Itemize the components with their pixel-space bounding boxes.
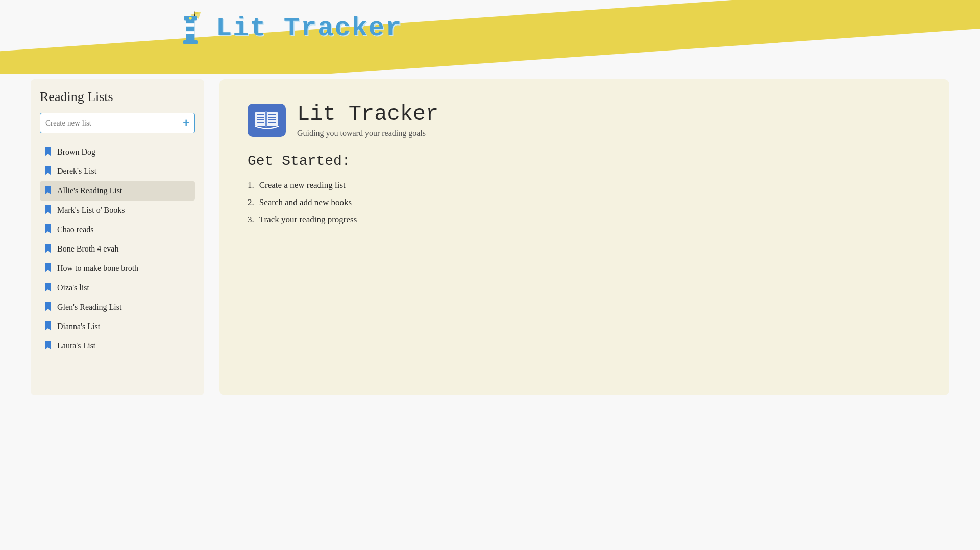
svg-rect-9 — [255, 112, 266, 126]
book-icon-wrapper — [248, 104, 286, 137]
step-number: 3. — [248, 215, 254, 225]
svg-rect-3 — [186, 31, 195, 34]
list-item[interactable]: Mark's List o' Books — [40, 201, 195, 220]
list-item[interactable]: Oiza's list — [40, 278, 195, 297]
steps-list: 1.Create a new reading list2.Search and … — [248, 180, 921, 225]
welcome-subtitle: Guiding you toward your reading goals — [297, 129, 438, 138]
list-item-label: Laura's List — [57, 341, 95, 351]
list-item-label: How to make bone broth — [57, 264, 138, 273]
svg-rect-14 — [267, 112, 278, 126]
list-item-label: Mark's List o' Books — [57, 206, 125, 215]
app-title: Lit Tracker — [216, 13, 402, 43]
bookmark-icon — [44, 186, 52, 196]
step-text: Search and add new books — [259, 197, 352, 208]
list-item[interactable]: Derek's List — [40, 162, 195, 181]
new-list-input[interactable] — [40, 115, 178, 132]
bookmark-icon — [44, 147, 52, 157]
list-item-label: Glen's Reading List — [57, 303, 121, 312]
add-list-button[interactable]: + — [178, 113, 194, 133]
sidebar-title: Reading Lists — [40, 89, 195, 105]
main-content: Lit Tracker Guiding you toward your read… — [219, 79, 949, 395]
step-item: 3.Track your reading progress — [248, 215, 921, 225]
step-item: 1.Create a new reading list — [248, 180, 921, 190]
book-icon — [254, 109, 280, 131]
list-item[interactable]: Bone Broth 4 evah — [40, 239, 195, 259]
svg-point-5 — [189, 17, 192, 20]
bookmark-icon — [44, 321, 52, 332]
bookmark-icon — [44, 283, 52, 293]
svg-rect-1 — [186, 19, 195, 42]
welcome-text-block: Lit Tracker Guiding you toward your read… — [297, 102, 438, 138]
get-started-heading: Get Started: — [248, 153, 921, 169]
welcome-title: Lit Tracker — [297, 102, 438, 127]
list-item[interactable]: Glen's Reading List — [40, 297, 195, 317]
list-item[interactable]: Allie's Reading List — [40, 181, 195, 201]
step-text: Create a new reading list — [259, 180, 346, 190]
list-item-label: Chao reads — [57, 225, 94, 234]
bookmark-icon — [44, 244, 52, 254]
list-item[interactable]: Dianna's List — [40, 317, 195, 336]
list-item[interactable]: Brown Dog — [40, 142, 195, 162]
svg-rect-2 — [186, 23, 195, 27]
list-item-label: Dianna's List — [57, 322, 100, 331]
svg-rect-19 — [265, 111, 267, 127]
new-list-row: + — [40, 113, 195, 133]
reading-lists: Brown DogDerek's ListAllie's Reading Lis… — [40, 142, 195, 356]
step-number: 1. — [248, 180, 254, 190]
main-layout: Reading Lists + Brown DogDerek's ListAll… — [0, 79, 980, 395]
step-text: Track your reading progress — [259, 215, 357, 225]
list-item[interactable]: Laura's List — [40, 336, 195, 356]
list-item-label: Allie's Reading List — [57, 186, 122, 195]
lighthouse-icon — [174, 9, 207, 47]
list-item-label: Oiza's list — [57, 283, 89, 292]
list-item-label: Bone Broth 4 evah — [57, 244, 118, 254]
welcome-header: Lit Tracker Guiding you toward your read… — [248, 102, 921, 138]
bookmark-icon — [44, 341, 52, 351]
list-item-label: Brown Dog — [57, 147, 95, 157]
bookmark-icon — [44, 263, 52, 273]
step-item: 2.Search and add new books — [248, 197, 921, 208]
bookmark-icon — [44, 302, 52, 312]
bookmark-icon — [44, 224, 52, 235]
bookmark-icon — [44, 166, 52, 177]
list-item[interactable]: How to make bone broth — [40, 259, 195, 278]
svg-rect-6 — [183, 40, 198, 44]
list-item-label: Derek's List — [57, 167, 96, 176]
bookmark-icon — [44, 205, 52, 215]
step-number: 2. — [248, 197, 254, 208]
sidebar: Reading Lists + Brown DogDerek's ListAll… — [31, 79, 204, 395]
header: Lit Tracker — [0, 0, 980, 74]
list-item[interactable]: Chao reads — [40, 220, 195, 239]
welcome-card: Lit Tracker Guiding you toward your read… — [219, 79, 949, 395]
